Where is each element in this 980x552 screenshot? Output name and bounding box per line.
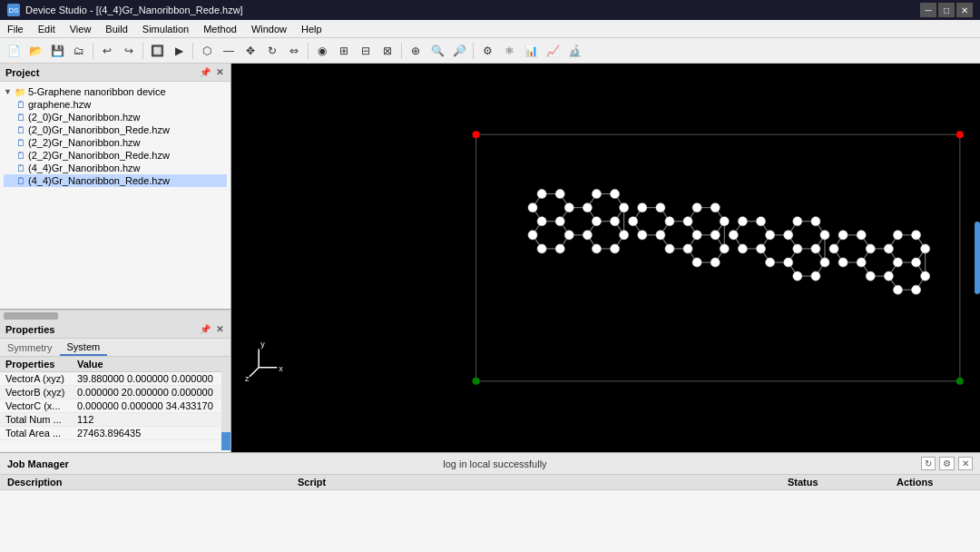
- project-hscroll[interactable]: [0, 310, 230, 320]
- menu-help[interactable]: Help: [294, 22, 329, 36]
- toolbar-zoom-in[interactable]: 🔍: [427, 41, 447, 61]
- minimize-button[interactable]: ─: [920, 3, 936, 17]
- toolbar-pointer[interactable]: ▶: [169, 41, 189, 61]
- job-col-desc: Description: [0, 477, 290, 488]
- maximize-button[interactable]: □: [938, 3, 955, 17]
- toolbar-zoom-fit[interactable]: ⊕: [406, 41, 426, 61]
- job-close-btn[interactable]: ✕: [958, 457, 973, 470]
- title-bar: DS Device Studio - [(4_4)Gr_Nanoribbon_R…: [0, 0, 980, 20]
- svg-point-3: [956, 131, 964, 138]
- svg-point-154: [893, 231, 902, 240]
- viewport-scrollbar[interactable]: [975, 222, 980, 294]
- tree-item-label-2: (2_0)Gr_Nanoribbon_Rede.hzw: [28, 124, 170, 135]
- tree-item-3[interactable]: 🗒 (2_2)Gr_Nanoribbon.hzw: [4, 136, 227, 149]
- toolbar-bond[interactable]: —: [219, 41, 239, 61]
- toolbar-zoom-out[interactable]: 🔎: [449, 41, 469, 61]
- svg-point-131: [729, 231, 738, 240]
- svg-point-108: [555, 244, 564, 253]
- tree-item-4[interactable]: 🗒 (2_2)Gr_Nanoribbon_Rede.hzw: [4, 149, 227, 162]
- toolbar-save-all[interactable]: 🗂: [69, 41, 89, 61]
- props-tabs: Symmetry System: [0, 339, 230, 357]
- job-rows: [0, 490, 980, 552]
- svg-point-124: [692, 231, 701, 240]
- toolbar-new[interactable]: 📄: [4, 41, 24, 61]
- svg-point-125: [683, 217, 692, 226]
- tree-item-2[interactable]: 🗒 (2_0)Gr_Nanoribbon_Rede.hzw: [4, 123, 227, 136]
- file-icon-6: 🗒: [16, 176, 25, 186]
- svg-point-160: [866, 271, 875, 281]
- svg-point-97: [555, 217, 564, 226]
- menu-build[interactable]: Build: [98, 22, 134, 36]
- svg-point-5: [956, 378, 964, 385]
- tree-item-6[interactable]: 🗒 (4_4)Gr_Nanoribbon_Rede.hzw: [4, 174, 227, 187]
- tree-root-item[interactable]: ▼ 📁 5-Graphene nanoribbon device: [4, 85, 227, 98]
- svg-point-159: [884, 244, 893, 253]
- job-manager-header-btns: ↻ ⚙ ✕: [921, 457, 973, 470]
- svg-point-122: [720, 217, 729, 226]
- svg-point-118: [656, 231, 665, 240]
- title-bar-controls: ─ □ ✕: [920, 3, 973, 17]
- tree-item-label-3: (2_2)Gr_Nanoribbon.hzw: [28, 137, 141, 148]
- file-icon-3: 🗒: [16, 138, 25, 148]
- props-col-value: Value: [72, 357, 221, 372]
- toolbar-scale[interactable]: ⇔: [284, 41, 304, 61]
- svg-point-96: [564, 203, 573, 212]
- props-cell-prop-2: VectorC (x...: [0, 399, 72, 413]
- svg-point-156: [921, 244, 930, 253]
- toolbar-select[interactable]: 🔲: [147, 41, 167, 61]
- svg-point-157: [912, 258, 921, 267]
- menu-window[interactable]: Window: [244, 22, 294, 36]
- project-pin-btn[interactable]: 📌: [198, 67, 212, 77]
- toolbar-atom[interactable]: ⬡: [197, 41, 217, 61]
- toolbar-rotate[interactable]: ↻: [262, 41, 282, 61]
- hscroll-thumb: [4, 312, 58, 320]
- job-settings-btn[interactable]: ⚙: [939, 457, 955, 470]
- canvas-area[interactable]: x y z: [231, 64, 980, 452]
- file-icon-5: 🗒: [16, 163, 25, 173]
- toolbar-view4[interactable]: ⊠: [377, 41, 397, 61]
- svg-point-137: [793, 217, 802, 226]
- svg-point-150: [857, 231, 866, 240]
- toolbar-view1[interactable]: ◉: [312, 41, 332, 61]
- toolbar-save[interactable]: 💾: [47, 41, 67, 61]
- tab-symmetry[interactable]: Symmetry: [0, 340, 60, 355]
- tree-item-1[interactable]: 🗒 (2_0)Gr_Nanoribbon.hzw: [4, 111, 227, 123]
- props-cell-prop-4: Total Area ...: [0, 427, 72, 440]
- close-button[interactable]: ✕: [956, 3, 973, 17]
- svg-point-139: [820, 231, 829, 240]
- tree-item-0[interactable]: 🗒 graphene.hzw: [4, 98, 227, 111]
- menu-file[interactable]: File: [0, 22, 31, 36]
- toolbar-open[interactable]: 📂: [25, 41, 45, 61]
- toolbar-extra2[interactable]: ⚛: [499, 41, 519, 61]
- job-manager-label: Job Manager: [7, 458, 69, 469]
- svg-point-145: [793, 271, 802, 281]
- toolbar-redo[interactable]: ↪: [119, 41, 139, 61]
- toolbar-move[interactable]: ✥: [240, 41, 260, 61]
- menu-edit[interactable]: Edit: [31, 22, 63, 36]
- props-scroll[interactable]: Properties Value VectorA (xyz) 39.880000…: [0, 357, 221, 448]
- menu-simulation[interactable]: Simulation: [135, 22, 196, 36]
- tab-system[interactable]: System: [60, 340, 108, 356]
- menu-view[interactable]: View: [63, 22, 99, 36]
- toolbar-extra5[interactable]: 🔬: [564, 41, 584, 61]
- toolbar-view3[interactable]: ⊟: [356, 41, 376, 61]
- svg-point-140: [811, 244, 820, 253]
- svg-point-132: [738, 217, 747, 226]
- file-icon-0: 🗒: [16, 100, 25, 110]
- svg-point-141: [793, 244, 802, 253]
- props-vscroll[interactable]: [221, 357, 230, 450]
- toolbar-view2[interactable]: ⊞: [334, 41, 354, 61]
- toolbar-extra1[interactable]: ⚙: [477, 41, 497, 61]
- job-refresh-btn[interactable]: ↻: [921, 457, 936, 470]
- toolbar-extra3[interactable]: 📊: [521, 41, 541, 61]
- svg-point-136: [738, 244, 747, 253]
- menu-method[interactable]: Method: [196, 22, 244, 36]
- toolbar-undo[interactable]: ↩: [97, 41, 117, 61]
- props-pin-btn[interactable]: 📌: [198, 324, 212, 334]
- tree-item-5[interactable]: 🗒 (4_4)Gr_Nanoribbon.hzw: [4, 162, 227, 174]
- svg-point-162: [893, 285, 902, 294]
- props-close-btn[interactable]: ✕: [214, 324, 225, 334]
- toolbar-extra4[interactable]: 📈: [543, 41, 563, 61]
- svg-text:z: z: [245, 374, 250, 383]
- project-close-btn[interactable]: ✕: [214, 67, 225, 77]
